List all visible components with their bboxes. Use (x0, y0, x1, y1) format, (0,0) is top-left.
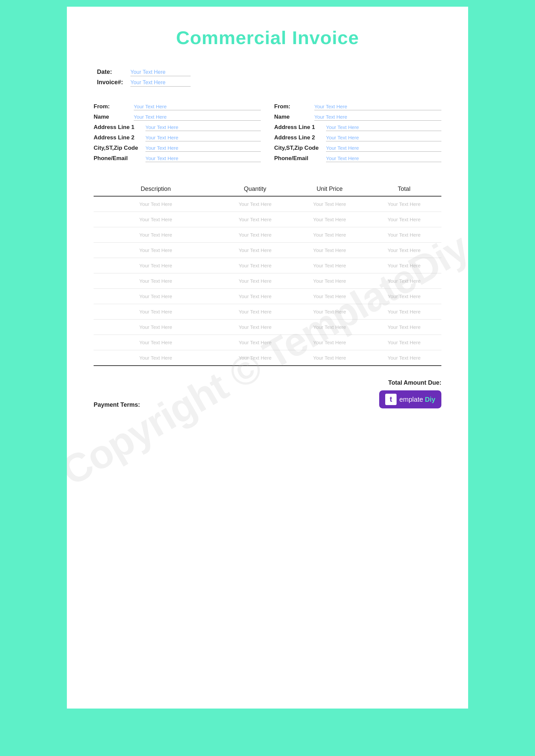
addr2-right-value[interactable]: Your Text Here (326, 135, 441, 141)
table-cell: Your Text Here (94, 217, 218, 222)
date-label: Date: (97, 69, 130, 76)
addr2-left-row: Address Line 2 Your Text Here (94, 134, 261, 141)
table-row[interactable]: Your Text HereYour Text HereYour Text He… (94, 304, 441, 320)
table-cell: Your Text Here (218, 263, 292, 268)
table-cell: Your Text Here (292, 263, 367, 268)
table-cell: Your Text Here (367, 309, 441, 314)
table-cell: Your Text Here (218, 278, 292, 284)
table-cell: Your Text Here (292, 355, 367, 361)
phone-right-value[interactable]: Your Text Here (326, 155, 441, 162)
table-row[interactable]: Your Text HereYour Text HereYour Text He… (94, 289, 441, 304)
table-cell: Your Text Here (292, 247, 367, 253)
table-cell: Your Text Here (218, 232, 292, 238)
invoice-row: Invoice#: Your Text Here (97, 79, 441, 87)
table-cell: Your Text Here (367, 247, 441, 253)
table-cell: Your Text Here (218, 201, 292, 207)
logo-name: emplate Diy (399, 396, 435, 403)
table-row[interactable]: Your Text HereYour Text HereYour Text He… (94, 258, 441, 273)
from-right-value[interactable]: Your Text Here (314, 104, 441, 110)
table-cell: Your Text Here (94, 309, 218, 314)
table-row[interactable]: Your Text HereYour Text HereYour Text He… (94, 335, 441, 350)
city-left-label: City,ST,Zip Code (94, 145, 145, 151)
phone-left-value[interactable]: Your Text Here (145, 155, 261, 162)
table-row[interactable]: Your Text HereYour Text HereYour Text He… (94, 197, 441, 212)
invoice-page: Copyright © TemplateDiy.com Commercial I… (67, 7, 468, 709)
col-description: Description (94, 185, 218, 193)
table-cell: Your Text Here (94, 355, 218, 361)
invoice-table: Description Quantity Unit Price Total Yo… (94, 185, 441, 366)
phone-right-row: Phone/Email Your Text Here (274, 155, 441, 162)
table-row[interactable]: Your Text HereYour Text HereYour Text He… (94, 243, 441, 258)
city-right-value[interactable]: Your Text Here (326, 145, 441, 152)
table-cell: Your Text Here (367, 340, 441, 345)
name-right-row: Name Your Text Here (274, 114, 441, 121)
table-cell: Your Text Here (292, 232, 367, 238)
table-cell: Your Text Here (94, 324, 218, 330)
table-row[interactable]: Your Text HereYour Text HereYour Text He… (94, 350, 441, 366)
city-right-label: City,ST,Zip Code (274, 145, 326, 151)
addr2-right-row: Address Line 2 Your Text Here (274, 134, 441, 141)
table-header: Description Quantity Unit Price Total (94, 185, 441, 197)
addr2-right-label: Address Line 2 (274, 134, 326, 141)
table-cell: Your Text Here (367, 355, 441, 361)
address-left: From: Your Text Here Name Your Text Here… (94, 103, 261, 165)
date-value[interactable]: Your Text Here (130, 69, 191, 76)
meta-section: Date: Your Text Here Invoice#: Your Text… (94, 69, 441, 87)
from-left-label: From: (94, 103, 134, 110)
addr1-right-value[interactable]: Your Text Here (326, 124, 441, 131)
table-cell: Your Text Here (367, 201, 441, 207)
table-cell: Your Text Here (367, 324, 441, 330)
table-cell: Your Text Here (292, 324, 367, 330)
table-cell: Your Text Here (94, 247, 218, 253)
name-left-label: Name (94, 114, 134, 120)
logo-diy-text: Diy (423, 396, 435, 403)
table-cell: Your Text Here (94, 278, 218, 284)
from-left-row: From: Your Text Here (94, 103, 261, 110)
table-cell: Your Text Here (218, 340, 292, 345)
addr1-left-row: Address Line 1 Your Text Here (94, 124, 261, 131)
date-row: Date: Your Text Here (97, 69, 441, 76)
table-cell: Your Text Here (218, 355, 292, 361)
table-row[interactable]: Your Text HereYour Text HereYour Text He… (94, 212, 441, 227)
address-right: From: Your Text Here Name Your Text Here… (274, 103, 441, 165)
name-left-value[interactable]: Your Text Here (134, 114, 261, 121)
city-right-row: City,ST,Zip Code Your Text Here (274, 145, 441, 152)
table-cell: Your Text Here (367, 263, 441, 268)
logo-t-icon: t (385, 394, 397, 405)
table-body: Your Text HereYour Text HereYour Text He… (94, 197, 441, 366)
footer-section: Payment Terms: Total Amount Due: t empla… (94, 379, 441, 408)
phone-right-label: Phone/Email (274, 155, 326, 162)
city-left-value[interactable]: Your Text Here (145, 145, 261, 152)
total-amount-section: Total Amount Due: t emplate Diy (379, 379, 441, 408)
col-quantity: Quantity (218, 185, 292, 193)
from-left-value[interactable]: Your Text Here (134, 104, 261, 110)
table-cell: Your Text Here (218, 293, 292, 299)
table-row[interactable]: Your Text HereYour Text HereYour Text He… (94, 273, 441, 289)
page-title: Commercial Invoice (94, 27, 441, 48)
addr1-left-value[interactable]: Your Text Here (145, 124, 261, 131)
total-amount-label: Total Amount Due: (388, 379, 441, 386)
table-row[interactable]: Your Text HereYour Text HereYour Text He… (94, 320, 441, 335)
table-cell: Your Text Here (218, 247, 292, 253)
payment-terms-label: Payment Terms: (94, 401, 140, 408)
table-cell: Your Text Here (94, 263, 218, 268)
table-cell: Your Text Here (292, 278, 367, 284)
name-right-value[interactable]: Your Text Here (314, 114, 441, 121)
name-left-row: Name Your Text Here (94, 114, 261, 121)
name-right-label: Name (274, 114, 314, 120)
table-cell: Your Text Here (94, 232, 218, 238)
addr2-left-value[interactable]: Your Text Here (145, 135, 261, 141)
table-cell: Your Text Here (94, 293, 218, 299)
table-row[interactable]: Your Text HereYour Text HereYour Text He… (94, 227, 441, 243)
from-right-label: From: (274, 103, 314, 110)
invoice-value[interactable]: Your Text Here (130, 80, 191, 87)
table-cell: Your Text Here (292, 201, 367, 207)
addr1-right-label: Address Line 1 (274, 124, 326, 131)
table-cell: Your Text Here (367, 293, 441, 299)
addr2-left-label: Address Line 2 (94, 134, 145, 141)
table-cell: Your Text Here (292, 293, 367, 299)
phone-left-row: Phone/Email Your Text Here (94, 155, 261, 162)
addr1-right-row: Address Line 1 Your Text Here (274, 124, 441, 131)
table-cell: Your Text Here (367, 232, 441, 238)
logo-name-text: emplate (399, 396, 423, 403)
